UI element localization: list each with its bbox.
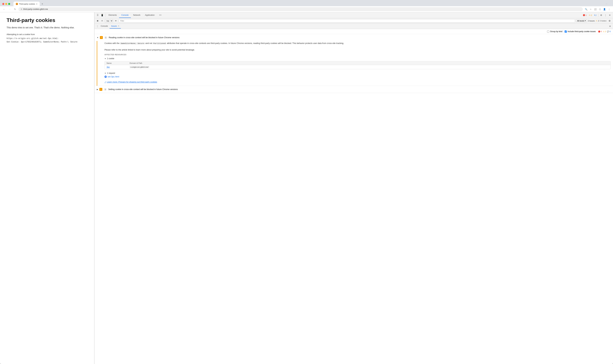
tab-application[interactable]: Application xyxy=(143,13,157,18)
new-tab-button[interactable]: + xyxy=(40,2,44,6)
devtools-close-button[interactable]: ✕ xyxy=(608,13,612,17)
sub-panel-close-button[interactable]: ✕ xyxy=(608,25,612,28)
group-by-kind-label[interactable]: Group by kind xyxy=(547,30,562,33)
browser-toolbar: ← → ↻ ⚙ third-party-cookies.glitch.me 🔍 … xyxy=(0,6,613,12)
cookie-table-row: 3pc x-origin-src.glitch.me/ xyxy=(105,65,611,69)
tab-title: Third-party cookies xyxy=(19,3,35,5)
devtools-divider xyxy=(105,13,105,17)
learn-more-text: Learn more: Prepare for phasing out thir… xyxy=(107,81,157,83)
cookie-col-name: Name xyxy=(105,61,128,65)
page-content: Third-party cookies This demo tries to s… xyxy=(0,12,94,364)
levels-dropdown[interactable]: All levels ▾ xyxy=(576,19,587,22)
forward-button[interactable]: → xyxy=(8,7,12,11)
sub-tab-close-button[interactable]: ✕ xyxy=(118,25,119,27)
browser-tab[interactable]: 🍪 Third-party cookies ✕ xyxy=(13,2,40,6)
include-third-party-label[interactable]: Include third-party cookie issues xyxy=(565,30,596,33)
devtools-divider2 xyxy=(598,13,599,17)
issue-header-reading[interactable]: ▼ ! 1 Reading cookie in cross-site conte… xyxy=(94,34,613,41)
warn-icon-setting: ! xyxy=(99,88,102,91)
tab-network[interactable]: Network xyxy=(131,13,143,18)
learn-more-link[interactable]: ↗ Learn more: Prepare for phasing out th… xyxy=(104,81,611,83)
window-controls: ⋯ xyxy=(604,2,608,6)
count-badge-reading: 1 xyxy=(104,36,107,39)
panel-toggle-button[interactable]: ▣ xyxy=(96,19,99,22)
affected-label: AFFECTED RESOURCES xyxy=(104,54,611,56)
request-group-header[interactable]: ▼ 1 request xyxy=(104,71,611,75)
profile-icon[interactable]: 👤 xyxy=(602,7,606,11)
tab-close-button[interactable]: ✕ xyxy=(36,3,37,5)
warn-badge: ⚠ 2 xyxy=(588,14,593,17)
devtools-settings-button[interactable]: ⚙ xyxy=(599,13,603,17)
devtools-more-button[interactable]: ⋮ xyxy=(603,13,608,17)
cookie-domain-value: x-origin-src.glitch.me/ xyxy=(130,66,149,68)
warn-icon: ⚠ xyxy=(589,14,590,16)
issue-body-reading: Cookies with the SameSite=None; Secure a… xyxy=(97,41,613,86)
group-by-kind-checkbox[interactable] xyxy=(547,30,549,33)
cookie-name-cell: 3pc xyxy=(105,65,128,69)
sub-panel-more-button[interactable]: ⋮ xyxy=(96,25,99,28)
error-count: 1 xyxy=(586,14,587,16)
sub-panel-tabs: ⋮ Console Issues ✕ ✕ xyxy=(94,24,613,29)
cookie-group-arrow: ▼ xyxy=(104,58,106,60)
error-icon: 🔴 xyxy=(583,14,585,16)
bookmark-icon[interactable]: ☆ xyxy=(589,7,593,11)
devtools-inspect-button[interactable]: ⠿ xyxy=(96,13,100,17)
toolbar-settings-button[interactable]: ⚙ xyxy=(608,19,612,23)
include-third-party-checkbox[interactable] xyxy=(565,30,567,33)
issue-row-reading: ▼ ! 1 Reading cookie in cross-site conte… xyxy=(94,34,613,86)
url-input[interactable]: third-party-cookies.glitch.me xyxy=(23,8,581,10)
issue-header-setting[interactable]: ▶ ! 1 Setting cookie in cross-site conte… xyxy=(94,86,613,93)
info-badge: ℹ 2 xyxy=(593,14,597,17)
maximize-traffic-light[interactable] xyxy=(8,3,10,5)
screenshot-icon[interactable]: ⬜ xyxy=(593,7,597,11)
devtools-tabs: Elements Console Network Application >> xyxy=(106,13,164,18)
issue-row-setting: ▶ ! 1 Setting cookie in cross-site conte… xyxy=(94,86,613,93)
info-count: 2 xyxy=(595,14,596,16)
extensions-icon[interactable]: ⬡ xyxy=(598,7,602,11)
filter-input[interactable] xyxy=(119,19,575,23)
cookie-table: Name Domain & Path 3pc x-origin-src xyxy=(104,61,611,69)
back-button[interactable]: ← xyxy=(2,7,6,11)
request-icon: ⊕ xyxy=(104,76,107,78)
issues-info-icon: 💬 xyxy=(607,30,609,33)
tab-more[interactable]: >> xyxy=(157,13,164,18)
issues-warn-icon: ⚠ xyxy=(596,20,597,22)
issues-error-badges: 🔴 0 ⚠ 2 💬 0 xyxy=(598,30,611,33)
cookie-resource-group: ▼ 1 cookie Name Domain & Path xyxy=(104,57,611,69)
issues-error-count: 🔴 0 xyxy=(598,30,602,33)
cookie-group-header[interactable]: ▼ 1 cookie xyxy=(104,57,611,60)
tab-favicon: 🍪 xyxy=(16,3,18,5)
chrome-menu-icon[interactable]: ⋮ xyxy=(607,7,611,11)
issues-count: 2 Issues: ⚠ 2 3 hidden xyxy=(588,20,607,22)
devtools-device-button[interactable]: 📱 xyxy=(100,13,104,17)
tab-elements[interactable]: Elements xyxy=(106,13,119,18)
issues-options-bar: Group by kind Include third-party cookie… xyxy=(94,29,613,34)
sub-tab-console[interactable]: Console xyxy=(99,24,110,28)
cookie-table-header: Name Domain & Path xyxy=(105,61,611,65)
tab-console[interactable]: Console xyxy=(119,13,131,18)
cookie-col-domain: Domain & Path xyxy=(128,61,611,65)
error-badge: 🔴 1 xyxy=(582,14,587,17)
sub-tab-console-label: Console xyxy=(101,25,108,27)
info-icon: ℹ xyxy=(594,14,595,16)
tabs-bar: 🍪 Third-party cookies ✕ + xyxy=(13,2,44,6)
sub-tab-issues[interactable]: Issues ✕ xyxy=(110,24,121,28)
devtools-panel: ⠿ 📱 Elements Console Network Application… xyxy=(94,12,613,364)
address-bar[interactable]: ⚙ third-party-cookies.glitch.me xyxy=(18,7,583,11)
page-description: This demo tries to set one. That's it. T… xyxy=(7,26,88,29)
cookie-name-link[interactable]: 3pc xyxy=(107,66,110,68)
eye-button[interactable]: 👁 xyxy=(114,19,118,22)
frame-select[interactable]: top xyxy=(105,19,113,23)
issues-warn-icon2: ⚠ xyxy=(603,30,604,33)
minimize-traffic-light[interactable] xyxy=(5,3,7,5)
hidden-count: 3 hidden xyxy=(600,20,607,22)
block-button[interactable]: ⊘ xyxy=(100,19,104,22)
close-traffic-light[interactable] xyxy=(2,3,4,5)
devtools-topbar: ⠿ 📱 Elements Console Network Application… xyxy=(94,12,613,18)
request-link[interactable]: ⊕ set-3pc.html xyxy=(104,75,611,78)
affected-resources: AFFECTED RESOURCES ▼ 1 cookie Name Doma xyxy=(104,54,611,83)
search-icon[interactable]: 🔍 xyxy=(584,7,588,11)
warn-icon-reading: ! xyxy=(100,36,103,39)
sub-tab-issues-label: Issues xyxy=(111,25,117,27)
reload-button[interactable]: ↻ xyxy=(13,7,17,11)
